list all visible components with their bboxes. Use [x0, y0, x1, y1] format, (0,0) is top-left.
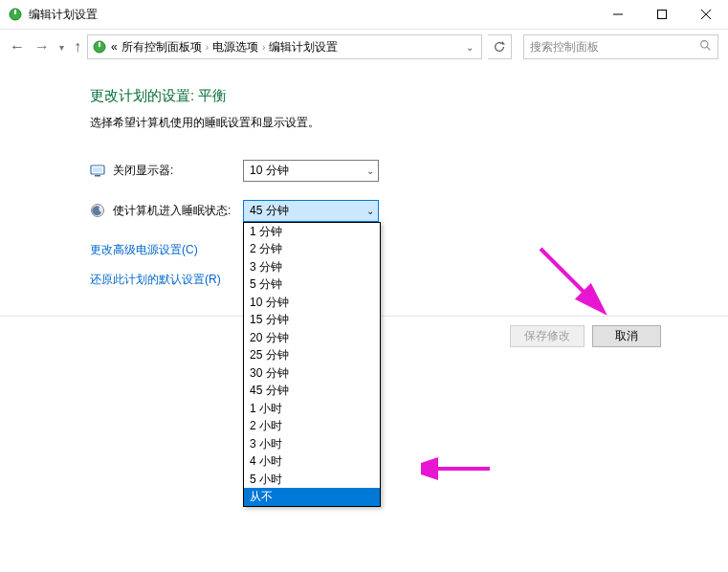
save-button: 保存修改: [510, 325, 585, 347]
window-controls: [596, 0, 728, 29]
close-button[interactable]: [684, 0, 728, 29]
svg-rect-12: [95, 175, 100, 177]
sleep-select[interactable]: 45 分钟 ⌄: [243, 200, 379, 222]
address-dropdown-icon[interactable]: ⌄: [462, 42, 477, 53]
sleep-option[interactable]: 2 分钟: [244, 240, 380, 258]
sleep-option[interactable]: 4 小时: [244, 452, 380, 471]
chevron-down-icon: ⌄: [366, 206, 374, 216]
breadcrumb-item[interactable]: 电源选项: [212, 39, 258, 55]
breadcrumb-prefix[interactable]: «: [111, 40, 118, 54]
forward-button: →: [34, 38, 50, 55]
page-title-prefix: 更改计划的设置:: [90, 87, 198, 103]
svg-line-9: [707, 47, 710, 50]
annotation-arrow-icon: [421, 450, 497, 488]
svg-rect-3: [658, 11, 667, 19]
address-bar[interactable]: « 所有控制面板项 › 电源选项 › 编辑计划设置 ⌄: [87, 34, 482, 59]
sleep-option[interactable]: 5 分钟: [244, 275, 380, 294]
display-icon: [90, 163, 105, 178]
turn-off-display-select[interactable]: 10 分钟 ⌄: [243, 160, 379, 182]
sleep-icon: [90, 203, 105, 218]
sleep-option[interactable]: 1 小时: [244, 400, 380, 418]
advanced-power-settings-link[interactable]: 更改高级电源设置(C): [90, 242, 728, 258]
links-section: 更改高级电源设置(C) 还原此计划的默认设置(R): [90, 242, 728, 288]
restore-defaults-link[interactable]: 还原此计划的默认设置(R): [90, 272, 728, 288]
sleep-value: 45 分钟: [250, 203, 289, 219]
sleep-label: 使计算机进入睡眠状态:: [113, 203, 243, 219]
turn-off-display-row: 关闭显示器: 10 分钟 ⌄: [90, 158, 728, 183]
maximize-button[interactable]: [640, 0, 684, 29]
svg-point-8: [701, 41, 708, 48]
footer-buttons: 保存修改 取消: [510, 325, 661, 347]
sleep-dropdown-list[interactable]: 1 分钟2 分钟3 分钟5 分钟10 分钟15 分钟20 分钟25 分钟30 分…: [243, 222, 381, 507]
title-bar: 编辑计划设置: [0, 0, 728, 30]
turn-off-display-value: 10 分钟: [250, 163, 289, 179]
svg-rect-7: [99, 42, 100, 47]
refresh-button[interactable]: [488, 34, 512, 59]
page-subtitle: 选择希望计算机使用的睡眠设置和显示设置。: [90, 115, 728, 131]
nav-arrows: ← → ▾ ↑: [10, 38, 81, 55]
page-title: 更改计划的设置: 平衡: [90, 87, 728, 105]
recent-locations-dropdown[interactable]: ▾: [59, 42, 64, 53]
sleep-option[interactable]: 20 分钟: [244, 329, 380, 347]
power-options-icon: [92, 39, 107, 55]
sleep-option[interactable]: 3 小时: [244, 435, 380, 453]
sleep-option[interactable]: 5 小时: [244, 471, 380, 489]
sleep-row: 使计算机进入睡眠状态: 45 分钟 ⌄: [90, 198, 728, 223]
cancel-button[interactable]: 取消: [592, 325, 661, 347]
svg-rect-1: [14, 10, 16, 14]
search-placeholder: 搜索控制面板: [530, 39, 599, 55]
plan-name: 平衡: [198, 87, 227, 103]
window-title: 编辑计划设置: [29, 7, 98, 23]
sleep-option[interactable]: 45 分钟: [244, 382, 380, 400]
sleep-option[interactable]: 30 分钟: [244, 364, 380, 383]
sleep-option[interactable]: 15 分钟: [244, 311, 380, 329]
chevron-right-icon[interactable]: ›: [206, 42, 209, 53]
turn-off-display-label: 关闭显示器:: [113, 163, 243, 179]
search-icon: [699, 39, 712, 55]
chevron-down-icon: ⌄: [366, 165, 374, 176]
search-input[interactable]: 搜索控制面板: [523, 34, 718, 59]
breadcrumb-item[interactable]: 编辑计划设置: [269, 39, 338, 55]
sleep-option[interactable]: 1 分钟: [244, 223, 380, 241]
sleep-option[interactable]: 从不: [244, 488, 380, 506]
navigation-bar: ← → ▾ ↑ « 所有控制面板项 › 电源选项 › 编辑计划设置 ⌄ 搜索控制…: [0, 30, 728, 64]
breadcrumb-item[interactable]: 所有控制面板项: [121, 39, 202, 55]
sleep-option[interactable]: 10 分钟: [244, 294, 380, 312]
back-button[interactable]: ←: [10, 38, 25, 55]
sleep-option[interactable]: 25 分钟: [244, 346, 380, 364]
up-button[interactable]: ↑: [74, 38, 81, 55]
minimize-button[interactable]: [596, 0, 640, 29]
sleep-option[interactable]: 3 分钟: [244, 258, 380, 276]
power-options-icon: [8, 7, 23, 22]
svg-rect-11: [93, 167, 102, 172]
chevron-right-icon[interactable]: ›: [262, 42, 265, 53]
sleep-option[interactable]: 2 小时: [244, 417, 380, 435]
